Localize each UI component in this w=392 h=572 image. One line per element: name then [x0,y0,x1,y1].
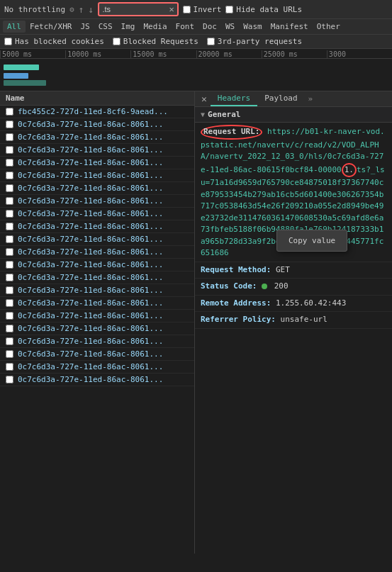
item-checkbox[interactable] [6,261,13,269]
list-item[interactable]: 0c7c6d3a-727e-11ed-86ac-8061... [0,284,194,297]
third-party-label: 3rd-party requests [218,37,302,46]
export-icon[interactable]: ↓ [89,4,94,15]
timeline-mark-6: 3000 [327,50,392,58]
referrer-policy-value: unsafe-url [281,315,327,324]
item-checkbox[interactable] [6,325,13,332]
hide-data-urls-checkbox[interactable] [225,6,233,13]
item-checkbox[interactable] [6,248,13,256]
item-checkbox[interactable] [6,363,13,371]
list-item[interactable]: 0c7c6d3a-727e-11ed-86ac-8061... [0,271,194,284]
tab-doc[interactable]: Doc [198,21,221,33]
item-name: 0c7c6d3a-727e-11ed-86ac-8061... [18,273,163,282]
search-input[interactable]: .ts [102,5,166,13]
item-name: 0c7c6d3a-727e-11ed-86ac-8061... [18,184,163,193]
list-item[interactable]: 0c7c6d3a-727e-11ed-86ac-8061... [0,157,194,169]
general-section-header[interactable]: ▼ General [195,107,392,123]
list-item[interactable]: 0c7c6d3a-727e-11ed-86ac-8061... [0,220,194,233]
tab-font[interactable]: Font [172,21,199,33]
item-checkbox[interactable] [6,223,13,230]
invert-checkbox[interactable] [183,6,191,13]
blocked-cookies-label: Has blocked cookies [15,37,104,46]
item-checkbox[interactable] [6,197,13,205]
tab-payload[interactable]: Payload [257,91,304,106]
item-name: 0c7c6d3a-727e-11ed-86ac-8061... [18,120,163,129]
item-name: 0c7c6d3a-727e-11ed-86ac-8061... [18,362,163,371]
list-item[interactable]: 0c7c6d3a-727e-11ed-86ac-8061... [0,348,194,361]
list-item[interactable]: 0c7c6d3a-727e-11ed-86ac-8061... [0,323,194,335]
list-item[interactable]: 0c7c6d3a-727e-11ed-86ac-8061... [0,374,194,386]
list-item[interactable]: 0c7c6d3a-727e-11ed-86ac-8061... [0,144,194,157]
settings-icon[interactable]: ⚙ [69,5,74,14]
item-name: 0c7c6d3a-727e-11ed-86ac-8061... [18,196,163,206]
list-item[interactable]: 0c7c6d3a-727e-11ed-86ac-8061... [0,310,194,323]
tab-img[interactable]: Img [117,21,140,33]
list-item[interactable]: 0c7c6d3a-727e-11ed-86ac-8061... [0,259,194,271]
details-close-button[interactable]: ✕ [198,91,211,106]
tab-css[interactable]: CSS [94,21,117,33]
tab-fetch-xhr[interactable]: Fetch/XHR [26,21,77,33]
list-item[interactable]: 0c7c6d3a-727e-11ed-86ac-8061... [0,182,194,195]
list-item[interactable]: 0c7c6d3a-727e-11ed-86ac-8061... [0,297,194,310]
tab-wasm[interactable]: Wasm [239,21,267,33]
list-item[interactable]: fbc455c2-727d-11ed-8cf6-9aead... [0,106,194,118]
item-checkbox[interactable] [6,172,13,179]
referrer-policy-label: Referrer Policy: [201,315,281,324]
list-item[interactable]: 0c7c6d3a-727e-11ed-86ac-8061... [0,169,194,182]
tab-other[interactable]: Other [313,21,345,33]
item-checkbox[interactable] [6,133,13,141]
network-list: Name fbc455c2-727d-11ed-8cf6-9aead... 0c… [0,91,195,554]
timeline-ruler: 5000 ms 10000 ms 15000 ms 20000 ms 25000… [0,49,392,59]
tab-manifest[interactable]: Manifest [267,21,313,33]
item-name: 0c7c6d3a-727e-11ed-86ac-8061... [18,235,163,244]
item-checkbox[interactable] [6,159,13,167]
hide-data-urls-checkbox-group: Hide data URLs [225,5,302,14]
ts-number-annotation: 1. [342,163,357,178]
item-checkbox[interactable] [6,299,13,307]
throttling-label: No throttling [4,5,65,14]
list-item[interactable]: 0c7c6d3a-727e-11ed-86ac-8061... [0,118,194,131]
list-item[interactable]: 0c7c6d3a-727e-11ed-86ac-8061... [0,246,194,259]
third-party-checkbox[interactable] [207,38,215,45]
context-menu: Copy value [276,230,347,252]
blocked-requests-checkbox[interactable] [113,38,121,45]
request-method-label: Request Method: [201,265,276,274]
item-checkbox[interactable] [6,108,13,116]
item-checkbox[interactable] [6,312,13,320]
item-checkbox[interactable] [6,337,13,345]
item-checkbox[interactable] [6,184,13,192]
remote-address-row: Remote Address: 1.255.60.42:443 [195,296,392,313]
tab-ws[interactable]: WS [221,21,239,33]
item-checkbox[interactable] [6,120,13,128]
list-item[interactable]: 0c7c6d3a-727e-11ed-86ac-8061... [0,208,194,220]
item-checkbox[interactable] [6,376,13,383]
third-party-requests-group: 3rd-party requests [207,37,302,46]
tab-headers[interactable]: Headers [211,91,257,106]
tab-all[interactable]: All [3,21,26,33]
tab-media[interactable]: Media [139,21,171,33]
invert-checkbox-group: Invert [183,5,222,14]
item-checkbox[interactable] [6,350,13,358]
item-checkbox[interactable] [6,235,13,243]
blocked-cookies-checkbox[interactable] [4,38,12,45]
copy-value-menu-item[interactable]: Copy value [277,233,347,248]
item-checkbox[interactable] [6,146,13,154]
request-method-value: GET [276,265,290,274]
item-checkbox[interactable] [6,286,13,294]
blocked-requests-group: Blocked Requests [113,37,198,46]
import-icon[interactable]: ↑ [79,4,84,15]
details-more-button[interactable]: » [305,92,317,106]
list-item[interactable]: 0c7c6d3a-727e-11ed-86ac-8061... [0,335,194,348]
item-name: 0c7c6d3a-727e-11ed-86ac-8061... [18,209,163,218]
tab-js[interactable]: JS [76,21,94,33]
list-item[interactable]: 0c7c6d3a-727e-11ed-86ac-8061... [0,131,194,144]
list-item[interactable]: 0c7c6d3a-727e-11ed-86ac-8061... [0,361,194,374]
main-content: Name fbc455c2-727d-11ed-8cf6-9aead... 0c… [0,91,392,554]
item-checkbox[interactable] [6,210,13,218]
search-clear-button[interactable]: ✕ [169,4,174,14]
timeline-bars [0,59,392,87]
list-item[interactable]: 0c7c6d3a-727e-11ed-86ac-8061... [0,233,194,246]
status-code-label: Status Code: [201,281,262,291]
list-item[interactable]: 0c7c6d3a-727e-11ed-86ac-8061... [0,195,194,208]
details-tabs: ✕ Headers Payload » [195,91,392,107]
item-checkbox[interactable] [6,274,13,281]
